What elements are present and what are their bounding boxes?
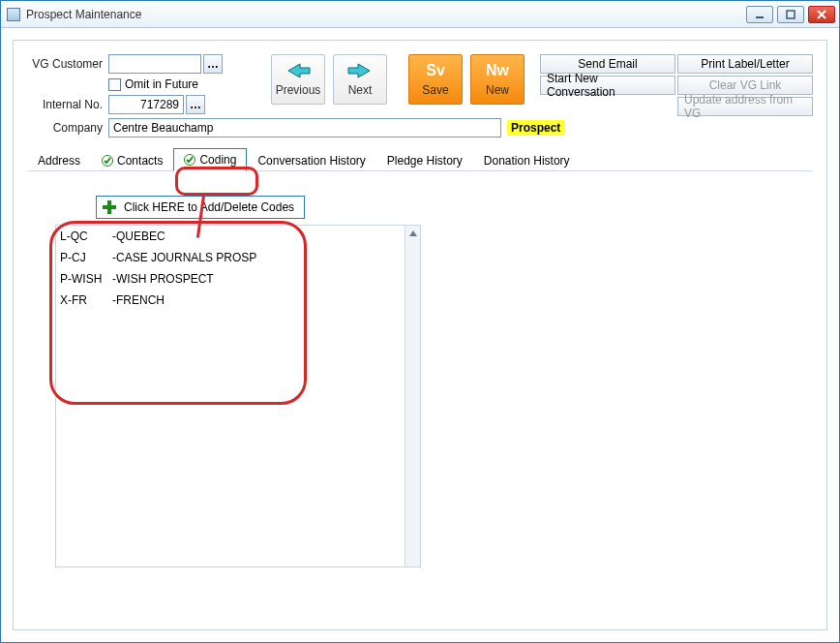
window-title: Prospect Maintenance — [26, 8, 141, 21]
right-action-buttons: Send Email Print Label/Letter Start New … — [540, 54, 813, 116]
send-email-button[interactable]: Send Email — [540, 54, 675, 74]
save-label: Save — [422, 83, 448, 97]
scroll-up-button[interactable] — [405, 226, 420, 241]
code-desc-cell: -QUEBEC — [112, 230, 165, 243]
code-row-empty — [56, 332, 405, 353]
svg-marker-4 — [288, 64, 310, 77]
code-row-empty — [56, 503, 405, 524]
next-button[interactable]: Next — [333, 54, 387, 105]
tab-pledge-history[interactable]: Pledge History — [376, 149, 473, 171]
new-button[interactable]: Nw New — [470, 54, 525, 105]
omit-in-future-checkbox[interactable]: Omit in Future — [108, 77, 198, 91]
titlebar: Prospect Maintenance — [1, 1, 839, 28]
code-row-empty — [56, 524, 405, 545]
chevron-up-icon — [409, 230, 417, 236]
app-icon — [7, 8, 20, 21]
nav-toolbar: Previous Next Sv Save Nw New — [271, 54, 525, 105]
tab-donation-history-label: Donation History — [484, 154, 570, 168]
save-glyph: Sv — [426, 62, 445, 79]
vg-customer-input[interactable] — [108, 54, 201, 74]
new-label: New — [486, 83, 509, 97]
maximize-button[interactable] — [777, 6, 804, 23]
close-button[interactable] — [808, 6, 835, 23]
code-row[interactable]: X-FR-FRENCH — [56, 290, 405, 311]
code-desc-cell: -CASE JOURNALS PROSP — [112, 251, 256, 264]
arrow-left-icon — [285, 62, 312, 79]
code-row[interactable]: P-WISH-WISH PROSPECT — [56, 268, 405, 290]
tab-strip: Address Contacts Coding Conversation His… — [27, 147, 813, 171]
code-row-empty — [56, 353, 405, 375]
tab-pledge-history-label: Pledge History — [387, 154, 463, 168]
code-row-empty — [56, 439, 405, 460]
code-row-empty — [56, 460, 405, 481]
omit-in-future-label: Omit in Future — [125, 77, 198, 91]
start-new-conversation-button[interactable]: Start New Conversation — [540, 76, 675, 95]
tab-coding-label: Coding — [199, 153, 236, 167]
codes-list[interactable]: L-QC-QUEBECP-CJ-CASE JOURNALS PROSPP-WIS… — [56, 226, 405, 566]
code-row[interactable]: P-CJ-CASE JOURNALS PROSP — [56, 247, 405, 268]
plus-icon — [103, 200, 116, 214]
previous-button[interactable]: Previous — [271, 54, 325, 105]
tab-conversation-history-label: Conversation History — [257, 154, 365, 168]
code-row-empty — [56, 545, 405, 566]
tab-contacts-label: Contacts — [117, 154, 163, 168]
main-panel: VG Customer … Omit in Future Internal No… — [13, 40, 827, 630]
company-label: Company — [27, 121, 103, 135]
svg-rect-1 — [787, 11, 795, 18]
checkmark-icon — [102, 155, 113, 167]
internal-no-input[interactable]: 717289 — [108, 95, 184, 114]
tab-coding[interactable]: Coding — [173, 148, 247, 171]
code-cell: X-FR — [60, 293, 112, 307]
tab-contacts[interactable]: Contacts — [91, 149, 173, 171]
code-row-empty — [56, 481, 405, 503]
code-row-empty — [56, 417, 405, 439]
tab-conversation-history[interactable]: Conversation History — [247, 149, 375, 171]
internal-no-lookup-button[interactable]: … — [186, 95, 205, 114]
arrow-right-icon — [346, 62, 374, 79]
vg-customer-label: VG Customer — [27, 57, 103, 71]
client-area: VG Customer … Omit in Future Internal No… — [1, 28, 839, 642]
tab-donation-history[interactable]: Donation History — [473, 149, 581, 171]
prospect-badge: Prospect — [507, 120, 564, 136]
vg-customer-lookup-button[interactable]: … — [203, 54, 223, 74]
save-button[interactable]: Sv Save — [408, 54, 463, 105]
new-glyph: Nw — [486, 62, 509, 79]
code-row-empty — [56, 375, 405, 396]
close-icon — [816, 10, 827, 19]
scrollbar[interactable] — [405, 226, 420, 566]
codes-list-container: L-QC-QUEBECP-CJ-CASE JOURNALS PROSPP-WIS… — [55, 225, 421, 567]
tab-address-label: Address — [38, 154, 80, 168]
add-delete-codes-button[interactable]: Click HERE to Add/Delete Codes — [96, 196, 305, 219]
code-cell: L-QC — [60, 230, 112, 243]
maximize-icon — [785, 10, 796, 19]
code-cell: P-WISH — [60, 272, 112, 286]
company-input[interactable]: Centre Beauchamp — [108, 118, 501, 138]
checkmark-icon — [184, 154, 195, 166]
clear-vg-link-button[interactable]: Clear VG Link — [677, 76, 813, 95]
svg-marker-5 — [348, 64, 370, 77]
code-row[interactable]: L-QC-QUEBEC — [56, 226, 405, 247]
annotation-tab-ring — [175, 167, 258, 196]
application-window: Prospect Maintenance VG Customer … — [0, 0, 840, 643]
code-row-empty — [56, 311, 405, 332]
add-delete-codes-label: Click HERE to Add/Delete Codes — [124, 200, 294, 214]
next-label: Next — [348, 83, 373, 97]
svg-rect-0 — [756, 16, 764, 18]
code-desc-cell: -WISH PROSPECT — [112, 272, 214, 286]
tab-body-coding: Click HERE to Add/Delete Codes L-QC-QUEB… — [27, 171, 813, 588]
internal-no-label: Internal No. — [27, 98, 103, 111]
update-address-from-vg-button[interactable]: Update address from VG — [677, 97, 813, 116]
code-desc-cell: -FRENCH — [112, 293, 165, 307]
code-cell: P-CJ — [60, 251, 112, 264]
minimize-icon — [754, 10, 765, 19]
svg-marker-8 — [409, 230, 417, 236]
previous-label: Previous — [276, 83, 321, 97]
minimize-button[interactable] — [746, 6, 773, 23]
tab-address[interactable]: Address — [27, 149, 91, 171]
print-label-letter-button[interactable]: Print Label/Letter — [677, 54, 813, 74]
code-row-empty — [56, 396, 405, 417]
